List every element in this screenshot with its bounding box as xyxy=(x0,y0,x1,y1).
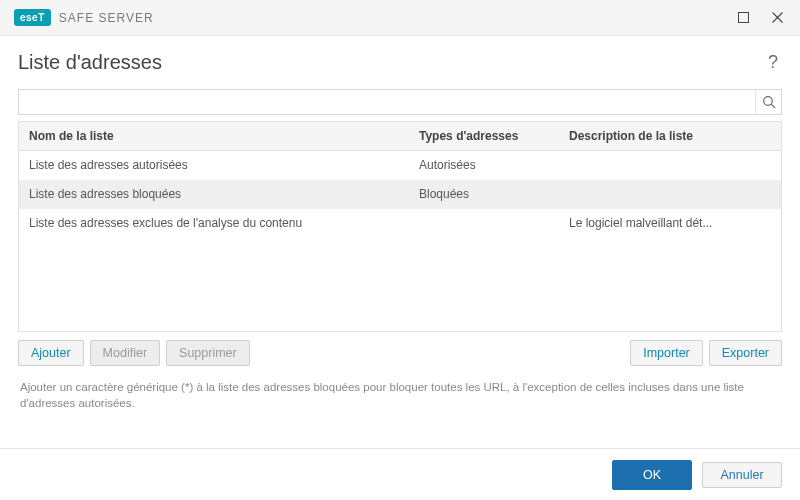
address-list-table: Nom de la liste Types d'adresses Descrip… xyxy=(18,121,782,332)
cell-name: Liste des adresses exclues de l'analyse … xyxy=(19,209,409,237)
brand-logo: eseT xyxy=(14,9,51,26)
col-header-name[interactable]: Nom de la liste xyxy=(19,122,409,150)
cell-type: Bloquées xyxy=(409,180,559,208)
svg-line-2 xyxy=(771,104,775,108)
hint-text: Ajouter un caractère générique (*) à la … xyxy=(18,380,782,411)
cell-desc xyxy=(559,151,781,179)
titlebar: eseT SAFE SERVER xyxy=(0,0,800,36)
search-icon[interactable] xyxy=(755,90,781,114)
ok-button[interactable]: OK xyxy=(612,460,692,490)
brand-product: SAFE SERVER xyxy=(59,11,154,25)
cell-name: Liste des adresses bloquées xyxy=(19,180,409,208)
cell-name: Liste des adresses autorisées xyxy=(19,151,409,179)
edit-button[interactable]: Modifier xyxy=(90,340,160,366)
import-button[interactable]: Importer xyxy=(630,340,703,366)
delete-button[interactable]: Supprimer xyxy=(166,340,250,366)
cancel-button[interactable]: Annuler xyxy=(702,462,782,488)
window-maximize-icon[interactable] xyxy=(726,4,760,32)
export-button[interactable]: Exporter xyxy=(709,340,782,366)
cell-desc xyxy=(559,180,781,208)
page-title: Liste d'adresses xyxy=(18,51,764,74)
cell-type xyxy=(409,209,559,237)
cell-type: Autorisées xyxy=(409,151,559,179)
svg-rect-0 xyxy=(738,13,748,23)
table-row[interactable]: Liste des adresses bloquéesBloquées xyxy=(19,180,781,209)
col-header-type[interactable]: Types d'adresses xyxy=(409,122,559,150)
search-input[interactable] xyxy=(19,90,755,114)
add-button[interactable]: Ajouter xyxy=(18,340,84,366)
search-row xyxy=(18,89,782,115)
table-row[interactable]: Liste des adresses exclues de l'analyse … xyxy=(19,209,781,238)
table-row[interactable]: Liste des adresses autoriséesAutorisées xyxy=(19,151,781,180)
help-icon[interactable]: ? xyxy=(764,48,782,77)
svg-point-1 xyxy=(763,97,772,106)
col-header-desc[interactable]: Description de la liste xyxy=(559,122,781,150)
footer: OK Annuler xyxy=(0,448,800,500)
window-close-icon[interactable] xyxy=(760,4,794,32)
cell-desc: Le logiciel malveillant dét... xyxy=(559,209,781,237)
